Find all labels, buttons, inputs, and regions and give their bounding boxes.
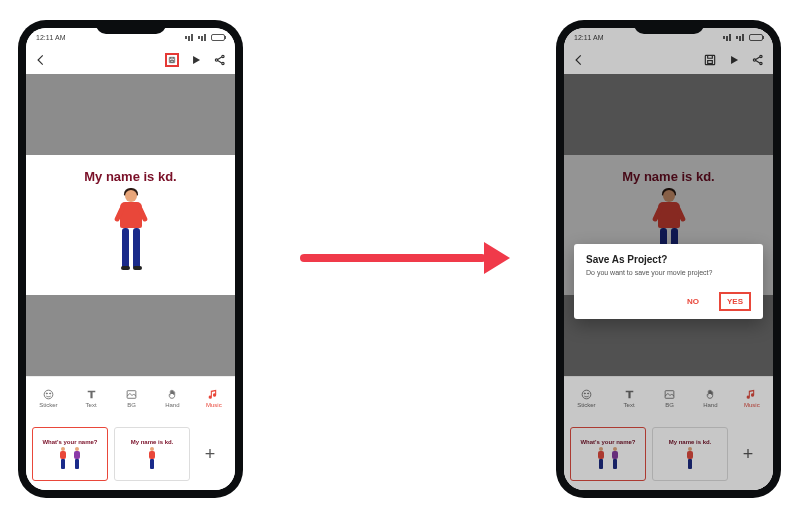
tool-hand[interactable]: Hand: [703, 387, 717, 408]
svg-point-6: [46, 392, 47, 393]
dialog-actions: NO YES: [586, 292, 751, 311]
wifi-icon: [736, 34, 746, 41]
timeline-clip[interactable]: My name is kd.: [652, 427, 728, 481]
tool-music[interactable]: Music: [744, 387, 760, 408]
save-project-icon[interactable]: [703, 53, 717, 67]
status-indicators: [723, 34, 763, 41]
tool-label: Text: [86, 402, 97, 408]
tool-hand[interactable]: Hand: [165, 387, 179, 408]
phone-frame-before: 12:11 AM: [18, 20, 243, 498]
smile-icon: [579, 387, 593, 401]
battery-icon: [211, 34, 225, 41]
character-sticker[interactable]: [111, 190, 151, 268]
svg-rect-10: [708, 61, 713, 64]
save-project-dialog: Save As Project? Do you want to save you…: [574, 244, 763, 319]
add-clip-button[interactable]: +: [196, 440, 224, 468]
play-icon[interactable]: [727, 53, 741, 67]
status-indicators: [185, 34, 225, 41]
tool-label: Music: [744, 402, 760, 408]
svg-point-2: [215, 59, 217, 61]
hand-icon: [165, 387, 179, 401]
svg-point-13: [760, 62, 762, 64]
clip-title: What's your name?: [580, 439, 635, 445]
dialog-message: Do you want to save your movie project?: [586, 269, 751, 276]
tool-label: Hand: [703, 402, 717, 408]
slide-title: My name is kd.: [84, 169, 176, 184]
signal-icon: [723, 34, 733, 41]
add-clip-button[interactable]: +: [734, 440, 762, 468]
screen-before: 12:11 AM: [26, 28, 235, 490]
bottom-toolbar: Sticker Text BG Hand Music: [564, 376, 773, 418]
svg-point-7: [50, 392, 51, 393]
editor-canvas: My name is kd. Save As Project? Do you w…: [564, 74, 773, 376]
share-icon[interactable]: [213, 53, 227, 67]
tool-music[interactable]: Music: [206, 387, 222, 408]
svg-point-11: [753, 59, 755, 61]
save-project-icon[interactable]: [165, 53, 179, 67]
tool-sticker[interactable]: Sticker: [577, 387, 595, 408]
svg-rect-1: [171, 60, 174, 62]
phone-notch: [96, 20, 166, 34]
clip-title: What's your name?: [42, 439, 97, 445]
battery-icon: [749, 34, 763, 41]
svg-point-12: [760, 55, 762, 57]
svg-point-3: [222, 55, 224, 57]
hand-icon: [703, 387, 717, 401]
bottom-toolbar: Sticker Text BG Hand Music: [26, 376, 235, 418]
tool-label: Music: [206, 402, 222, 408]
clip-title: My name is kd.: [131, 439, 174, 445]
tool-label: Text: [624, 402, 635, 408]
dialog-title: Save As Project?: [586, 254, 751, 265]
phone-notch: [634, 20, 704, 34]
tool-text[interactable]: Text: [84, 387, 98, 408]
transition-arrow: [300, 248, 510, 268]
timeline[interactable]: What's your name? My name is kd. +: [26, 418, 235, 490]
modal-backdrop[interactable]: [564, 74, 773, 376]
tool-label: BG: [127, 402, 136, 408]
timeline-clip[interactable]: What's your name?: [32, 427, 108, 481]
app-bar: [26, 46, 235, 74]
tutorial-two-phones: 12:11 AM: [0, 0, 800, 519]
svg-point-16: [588, 392, 589, 393]
timeline-clip[interactable]: My name is kd.: [114, 427, 190, 481]
status-time: 12:11 AM: [36, 34, 66, 41]
tool-bg[interactable]: BG: [125, 387, 139, 408]
tool-sticker[interactable]: Sticker: [39, 387, 57, 408]
tool-text[interactable]: Text: [622, 387, 636, 408]
status-time: 12:11 AM: [574, 34, 604, 41]
text-icon: [622, 387, 636, 401]
svg-point-15: [584, 392, 585, 393]
current-slide[interactable]: My name is kd.: [26, 155, 235, 295]
tool-label: Sticker: [39, 402, 57, 408]
tool-label: Hand: [165, 402, 179, 408]
dialog-yes-button[interactable]: YES: [719, 292, 751, 311]
tool-label: BG: [665, 402, 674, 408]
clip-title: My name is kd.: [669, 439, 712, 445]
app-bar: [564, 46, 773, 74]
tool-label: Sticker: [577, 402, 595, 408]
svg-point-14: [582, 390, 591, 399]
music-icon: [745, 387, 759, 401]
smile-icon: [41, 387, 55, 401]
back-icon[interactable]: [572, 53, 586, 67]
wifi-icon: [198, 34, 208, 41]
bg-icon: [125, 387, 139, 401]
text-icon: [84, 387, 98, 401]
timeline-clip[interactable]: What's your name?: [570, 427, 646, 481]
screen-after: 12:11 AM: [564, 28, 773, 490]
back-icon[interactable]: [34, 53, 48, 67]
play-icon[interactable]: [189, 53, 203, 67]
phone-frame-after: 12:11 AM: [556, 20, 781, 498]
timeline: What's your name? My name is kd. +: [564, 418, 773, 490]
tool-bg[interactable]: BG: [663, 387, 677, 408]
dialog-no-button[interactable]: NO: [681, 294, 705, 309]
editor-canvas[interactable]: My name is kd.: [26, 74, 235, 376]
bg-icon: [663, 387, 677, 401]
svg-point-5: [44, 390, 53, 399]
share-icon[interactable]: [751, 53, 765, 67]
music-icon: [207, 387, 221, 401]
svg-point-4: [222, 62, 224, 64]
signal-icon: [185, 34, 195, 41]
